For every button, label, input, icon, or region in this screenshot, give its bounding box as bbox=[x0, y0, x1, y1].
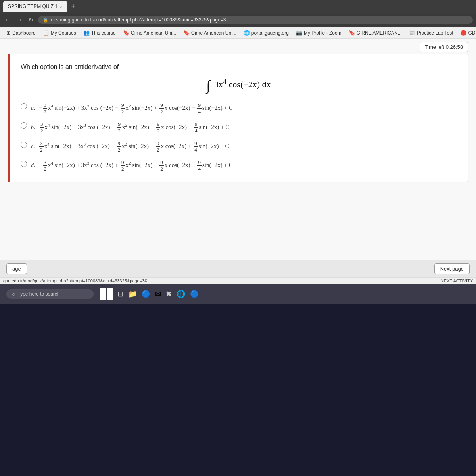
bookmark-gdb-label: GDB o bbox=[468, 30, 476, 36]
option-c-key: c. bbox=[31, 143, 35, 149]
option-c-math: 32x4 sin(−2x) − 3x3 cos (−2x) − 92x2 sin… bbox=[38, 143, 229, 149]
bookmark-portal-label: portal.gaueng.org bbox=[251, 30, 289, 36]
option-b-key: b. bbox=[31, 124, 35, 130]
url-text: elearning.gau.edu.tr/mod/quiz/attempt.ph… bbox=[51, 17, 226, 23]
option-b-radio[interactable] bbox=[21, 122, 27, 129]
taskbar-extra-3[interactable]: 🔵 bbox=[190, 290, 199, 298]
question-text: Which option is an antiderivative of bbox=[21, 63, 457, 71]
forward-button[interactable]: → bbox=[15, 16, 24, 24]
taskbar: ○ Type here to search ⊟ 📁 🔵 ✉ ✖ 🌐 🔵 bbox=[0, 284, 476, 304]
bookmark-girne-2[interactable]: 🔖 Girne American Uni... bbox=[180, 29, 240, 36]
address-bar[interactable]: 🔒 elearning.gau.edu.tr/mod/quiz/attempt.… bbox=[38, 16, 473, 24]
time-left-badge: Time left 0:26:58 bbox=[420, 42, 468, 52]
option-b-math: 32x4 sin(−2x) − 3x3 cos (−2x) + 92x2 sin… bbox=[39, 124, 229, 130]
time-left-value: 0:26:58 bbox=[446, 44, 463, 50]
girne-2-icon: 🔖 bbox=[183, 30, 190, 36]
option-d-radio[interactable] bbox=[21, 161, 27, 167]
taskbar-icon-grid[interactable] bbox=[100, 288, 113, 300]
bookmark-practice-lab[interactable]: 📰 Practice Lab Test bbox=[406, 29, 457, 36]
my-courses-icon: 📋 bbox=[43, 30, 49, 36]
taskbar-browser-icon[interactable]: 🔵 bbox=[142, 290, 150, 298]
option-a-math: −32x4 sin(−2x) + 3x3 cos (−2x) − 92x2 si… bbox=[39, 105, 233, 111]
option-c-radio[interactable] bbox=[21, 142, 27, 148]
gdb-icon: 🔴 bbox=[460, 30, 466, 36]
bookmark-gdb[interactable]: 🔴 GDB o bbox=[457, 29, 476, 36]
bookmark-dashboard-label: Dashboard bbox=[12, 30, 36, 36]
quiz-content: Which option is an antiderivative of ∫ 3… bbox=[0, 54, 476, 260]
option-b-item[interactable]: b. 32x4 sin(−2x) − 3x3 cos (−2x) + 92x2 … bbox=[21, 121, 457, 134]
option-c-label: c. 32x4 sin(−2x) − 3x3 cos (−2x) − 92x2 … bbox=[31, 140, 229, 153]
bookmark-zoom-label: My Profile - Zoom bbox=[304, 30, 342, 36]
bookmark-girne-1[interactable]: 🔖 Girne American Uni... bbox=[120, 29, 179, 36]
option-c-item[interactable]: c. 32x4 sin(−2x) − 3x3 cos (−2x) − 92x2 … bbox=[21, 140, 457, 153]
bookmark-girne-1-label: Girne American Uni... bbox=[131, 30, 176, 36]
prev-page-button[interactable]: age bbox=[6, 263, 27, 274]
new-tab-button[interactable]: + bbox=[69, 2, 78, 11]
bookmark-this-course-label: This course bbox=[91, 30, 116, 36]
bookmark-girne-3[interactable]: 🔖 GIRNE AMERICAN... bbox=[345, 29, 405, 36]
bookmark-this-course[interactable]: 👥 This course bbox=[80, 29, 119, 36]
search-circle-icon: ○ bbox=[12, 291, 15, 297]
taskbar-mail-icon[interactable]: ✉ bbox=[155, 290, 161, 298]
active-tab[interactable]: SPRING TERM QUIZ 1 × bbox=[3, 1, 67, 12]
tab-bar: SPRING TERM QUIZ 1 × + bbox=[0, 0, 476, 13]
options-list: a. −32x4 sin(−2x) + 3x3 cos (−2x) − 92x2… bbox=[21, 102, 457, 172]
bookmark-my-courses[interactable]: 📋 My Courses bbox=[40, 29, 79, 36]
next-page-button[interactable]: Next page bbox=[434, 263, 470, 274]
taskbar-search-bar[interactable]: ○ Type here to search bbox=[6, 289, 94, 299]
dashboard-icon: ⊞ bbox=[6, 30, 11, 36]
option-b-label: b. 32x4 sin(−2x) − 3x3 cos (−2x) + 92x2 … bbox=[31, 121, 229, 134]
bookmark-practice-lab-label: Practice Lab Test bbox=[417, 30, 453, 36]
bookmark-dashboard[interactable]: ⊞ Dashboard bbox=[3, 29, 39, 36]
taskbar-extra-2[interactable]: 🌐 bbox=[177, 290, 185, 298]
option-d-math: −32x4 sin(−2x) + 3x3 cos (−2x) + 92x2 si… bbox=[39, 162, 233, 168]
time-left-container: Time left 0:26:58 bbox=[0, 39, 476, 54]
back-button[interactable]: ← bbox=[3, 16, 12, 24]
integral-expression: 3x4 cos(−2x) dx bbox=[214, 79, 271, 89]
question-card: Which option is an antiderivative of ∫ 3… bbox=[8, 54, 468, 182]
bookmark-my-courses-label: My Courses bbox=[51, 30, 76, 36]
option-d-key: d. bbox=[31, 162, 35, 168]
option-a-label: a. −32x4 sin(−2x) + 3x3 cos (−2x) − 92x2… bbox=[31, 102, 233, 115]
taskbar-extra-1[interactable]: ✖ bbox=[166, 290, 172, 298]
bookmarks-bar: ⊞ Dashboard 📋 My Courses 👥 This course 🔖… bbox=[0, 27, 476, 39]
girne-1-icon: 🔖 bbox=[123, 30, 129, 36]
option-a-radio[interactable] bbox=[21, 103, 27, 109]
this-course-icon: 👥 bbox=[83, 30, 90, 36]
address-bar-row: ← → ↻ 🔒 elearning.gau.edu.tr/mod/quiz/at… bbox=[0, 13, 476, 27]
bookmark-my-profile-zoom[interactable]: 📷 My Profile - Zoom bbox=[293, 29, 345, 36]
taskbar-desktop-icon[interactable]: ⊟ bbox=[117, 290, 123, 298]
next-activity-label: NEXT ACTIVITY bbox=[441, 278, 473, 283]
bookmark-girne-2-label: Girne American Uni... bbox=[191, 30, 236, 36]
bookmark-portal[interactable]: 🌐 portal.gaueng.org bbox=[240, 29, 292, 36]
portal-icon: 🌐 bbox=[244, 30, 250, 36]
option-d-label: d. −32x4 sin(−2x) + 3x3 cos (−2x) + 92x2… bbox=[31, 159, 233, 172]
tab-title: SPRING TERM QUIZ 1 bbox=[8, 4, 58, 9]
taskbar-folder-icon[interactable]: 📁 bbox=[128, 290, 137, 298]
integral-symbol: ∫ bbox=[207, 77, 211, 93]
tab-close-button[interactable]: × bbox=[60, 4, 62, 9]
status-bar: gau.edu.tr/mod/quiz/attempt.php?attempt=… bbox=[0, 277, 476, 284]
taskbar-search-label: Type here to search bbox=[17, 291, 60, 297]
option-d-item[interactable]: d. −32x4 sin(−2x) + 3x3 cos (−2x) + 92x2… bbox=[21, 159, 457, 172]
girne-3-icon: 🔖 bbox=[349, 30, 355, 36]
time-left-label: Time left bbox=[425, 44, 444, 50]
option-a-key: a. bbox=[31, 105, 35, 111]
bottom-navigation-bar: age Next page bbox=[0, 260, 476, 277]
status-url: gau.edu.tr/mod/quiz/attempt.php?attempt=… bbox=[3, 278, 147, 283]
practice-lab-icon: 📰 bbox=[409, 30, 415, 36]
option-a-item[interactable]: a. −32x4 sin(−2x) + 3x3 cos (−2x) − 92x2… bbox=[21, 102, 457, 115]
integral-display: ∫ 3x4 cos(−2x) dx bbox=[21, 78, 457, 92]
bookmark-girne-3-label: GIRNE AMERICAN... bbox=[357, 30, 402, 36]
zoom-icon: 📷 bbox=[296, 30, 302, 36]
refresh-button[interactable]: ↻ bbox=[27, 16, 35, 24]
lock-icon: 🔒 bbox=[43, 17, 48, 23]
